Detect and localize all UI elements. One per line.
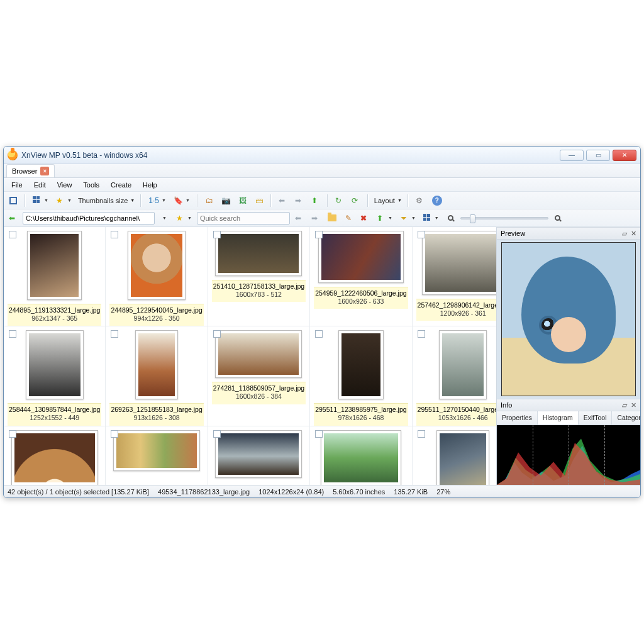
search-next-button[interactable]: ➡ — [309, 211, 323, 225]
help-button[interactable]: ? — [430, 194, 445, 208]
path-favorite-button[interactable]: ★▼ — [174, 211, 194, 225]
thumbnail-cell[interactable]: 257462_1298906142_large.jpg1200x926 - 36… — [413, 227, 497, 326]
quick-search-input[interactable] — [197, 212, 290, 225]
thumbnail-cell[interactable]: 244895_1191333321_large.jpg962x1347 - 36… — [4, 227, 106, 326]
reload-all-button[interactable]: ⟳ — [349, 194, 363, 208]
close-button[interactable]: ✕ — [613, 150, 636, 161]
thumbnail-cell[interactable]: 274281_1188509057_large.jpg1600x826 - 38… — [208, 326, 310, 426]
nav-up-button[interactable]: ⬆ — [309, 194, 323, 208]
search-prev-button[interactable]: ⬅ — [292, 211, 306, 225]
layout-control[interactable]: Layout▼ — [373, 197, 403, 204]
thumbnail-cell[interactable]: 295511_1238985975_large.jpg978x1626 - 46… — [310, 326, 412, 426]
path-input[interactable] — [23, 212, 155, 225]
thumbnail-image[interactable] — [436, 430, 489, 486]
thumbnail-checkbox[interactable] — [213, 430, 221, 438]
thumbnail-image[interactable] — [11, 430, 98, 486]
nav-back-button[interactable]: ⬅ — [276, 194, 290, 208]
thumbnail-checkbox[interactable] — [315, 330, 323, 338]
thumbnail-cell[interactable]: 258444_1309857844_large.jpg1252x1552 - 4… — [4, 326, 106, 426]
maximize-button[interactable]: ▭ — [586, 150, 610, 161]
thumbnail-cell[interactable]: 269263_1251855183_large.jpg913x1626 - 30… — [106, 326, 208, 426]
minimize-button[interactable]: — — [560, 150, 584, 161]
thumbnail-checkbox[interactable] — [315, 430, 323, 438]
reload-button[interactable]: ↻ — [333, 194, 347, 208]
sort-button[interactable]: 1·5▼ — [146, 194, 169, 208]
undock-icon[interactable]: ▱ — [622, 230, 627, 238]
thumbnail-cell[interactable] — [4, 426, 106, 486]
thumbnail-checkbox[interactable] — [9, 231, 16, 238]
info-tab-properties[interactable]: Properties — [497, 411, 538, 425]
capture-button[interactable]: 📷 — [219, 194, 233, 208]
thumbnail-image[interactable] — [439, 330, 487, 399]
settings-button[interactable]: ⚙ — [413, 194, 427, 208]
thumbnail-image[interactable] — [27, 231, 82, 300]
thumbnail-cell[interactable]: 254959_1222460506_large.jpg1600x926 - 63… — [310, 227, 412, 326]
bookmark-button[interactable]: 🔖▼ — [171, 194, 192, 208]
batch-button[interactable]: 🗃 — [252, 194, 266, 208]
thumbnail-checkbox[interactable] — [418, 430, 425, 438]
thumbnail-cell[interactable]: 244895_1229540045_large.jpg994x1226 - 35… — [106, 227, 208, 326]
thumbnail-cell[interactable] — [106, 426, 208, 486]
thumbnail-image[interactable] — [318, 231, 404, 283]
info-tab-histogram[interactable]: Histogram — [538, 411, 579, 425]
thumbnail-image[interactable] — [128, 231, 186, 300]
thumbnail-checkbox[interactable] — [111, 330, 118, 338]
undock-icon[interactable]: ▱ — [622, 401, 627, 409]
thumbnail-pane[interactable]: 244895_1191333321_large.jpg962x1347 - 36… — [4, 227, 497, 485]
thumbnail-checkbox[interactable] — [111, 231, 118, 238]
menu-file[interactable]: File — [6, 179, 28, 191]
menu-tools[interactable]: Tools — [78, 179, 104, 191]
thumbnail-image[interactable] — [215, 430, 302, 478]
path-back-button[interactable]: ⬅ — [6, 211, 20, 225]
info-tab-exiftool[interactable]: ExifTool — [579, 411, 613, 425]
info-tab-categories[interactable]: Categories — [612, 411, 641, 425]
clear-button[interactable]: ✖ — [358, 211, 372, 225]
thumbnail-checkbox[interactable] — [418, 330, 425, 338]
edit-path-button[interactable]: ✎ — [341, 211, 355, 225]
thumbnail-checkbox[interactable] — [111, 430, 118, 438]
thumbsize-control[interactable]: Thumbnails size▼ — [77, 197, 136, 204]
menu-help[interactable]: Help — [138, 179, 162, 191]
thumbnail-checkbox[interactable] — [418, 231, 425, 238]
tree-toggle-button[interactable]: 🗂 — [203, 194, 216, 208]
filter-button[interactable]: ⏷▼ — [397, 211, 418, 225]
thumbnail-image[interactable] — [215, 330, 302, 378]
thumbnail-image[interactable] — [113, 430, 200, 471]
tab-browser[interactable]: Browser × — [6, 164, 55, 177]
zoom-out-button[interactable] — [444, 211, 458, 225]
slider-thumb[interactable] — [470, 214, 475, 223]
thumbnail-image[interactable] — [338, 330, 384, 399]
zoom-in-button[interactable] — [551, 211, 565, 225]
thumbnail-image[interactable] — [135, 330, 178, 399]
fullscreen-button[interactable] — [6, 194, 20, 208]
thumbnail-checkbox[interactable] — [213, 231, 221, 238]
viewmode2-button[interactable]: ▼ — [421, 211, 441, 225]
tab-close-icon[interactable]: × — [40, 167, 49, 175]
menu-create[interactable]: Create — [106, 179, 136, 191]
thumbnail-image[interactable] — [422, 231, 497, 295]
convert-button[interactable]: 🖼 — [236, 194, 250, 208]
thumbnail-checkbox[interactable] — [213, 330, 221, 338]
thumbnail-checkbox[interactable] — [9, 430, 16, 438]
close-icon[interactable]: ✕ — [631, 230, 636, 238]
menu-view[interactable]: View — [52, 179, 77, 191]
thumbnail-image[interactable] — [321, 430, 401, 486]
close-icon[interactable]: ✕ — [631, 401, 636, 409]
thumbnail-image[interactable] — [215, 231, 302, 276]
thumb-size-slider[interactable] — [460, 217, 548, 219]
thumbnail-cell[interactable] — [310, 426, 412, 486]
path-dropdown[interactable]: ▼ — [157, 211, 171, 225]
thumbnail-cell[interactable]: 295511_1270150440_large.jpg1053x1626 - 4… — [413, 326, 497, 426]
up-folder-button[interactable]: ⬆▼ — [374, 211, 395, 225]
nav-forward-button[interactable]: ➡ — [292, 194, 306, 208]
thumbnail-cell[interactable]: 251410_1287158133_large.jpg1600x783 - 51… — [208, 227, 310, 326]
thumbnail-image[interactable] — [26, 330, 84, 399]
view-mode-button[interactable]: ▼ — [30, 194, 51, 208]
thumbnail-checkbox[interactable] — [9, 330, 16, 338]
thumbnail-cell[interactable] — [413, 426, 497, 486]
thumbnail-cell[interactable] — [208, 426, 310, 486]
thumbnail-checkbox[interactable] — [315, 231, 323, 238]
menu-edit[interactable]: Edit — [29, 179, 51, 191]
open-folder-button[interactable] — [325, 211, 339, 225]
favorite-button[interactable]: ★▼ — [53, 194, 74, 208]
